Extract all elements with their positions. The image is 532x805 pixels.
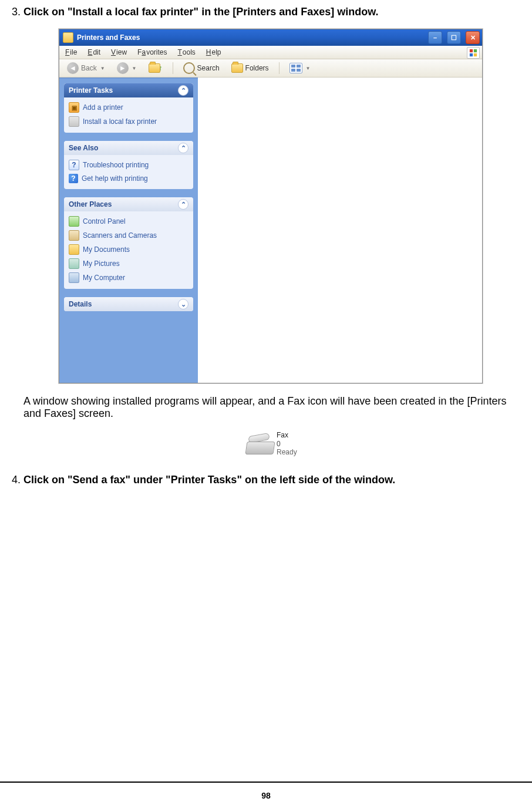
control-panel-icon (69, 216, 79, 227)
menu-help[interactable]: Help (206, 48, 221, 56)
step-3-result: A window showing installed programs will… (23, 395, 526, 420)
title-bar[interactable]: Printers and Faxes – ☐ ✕ (59, 29, 482, 46)
task-add-a-printer[interactable]: ▣ Add a printer (69, 102, 188, 113)
see-also-title: See Also (69, 144, 98, 152)
chevron-down-icon: ▼ (306, 66, 311, 71)
folder-icon (231, 63, 243, 73)
maximize-button[interactable]: ☐ (447, 31, 461, 44)
window-title: Printers and Faxes (77, 33, 140, 42)
folder-up-icon (149, 63, 160, 73)
fax-icon (246, 433, 273, 454)
collapse-button[interactable]: ⌃ (178, 143, 188, 153)
step-3-heading: Click on "Install a local fax printer" i… (23, 6, 379, 18)
menu-favorites[interactable]: Favorites (137, 48, 167, 56)
other-places-header[interactable]: Other Places ⌃ (64, 197, 193, 211)
search-label: Search (197, 64, 220, 72)
details-group: Details ⌄ (64, 297, 193, 311)
collapse-button[interactable]: ⌃ (178, 85, 188, 96)
step-4-heading: Click on "Send a fax" under "Printer Tas… (23, 474, 395, 486)
menu-view[interactable]: View (111, 48, 127, 56)
step-4: Click on "Send a fax" under "Printer Tas… (23, 474, 526, 486)
help-doc-icon: ? (69, 160, 79, 170)
task-label: My Computer (83, 274, 125, 282)
svg-rect-1 (474, 49, 477, 52)
link-get-help-with-printing[interactable]: ? Get help with printing (69, 174, 188, 183)
collapse-button[interactable]: ⌃ (178, 199, 188, 210)
menu-bar: File Edit View Favorites Tools Help (59, 46, 482, 59)
up-button[interactable]: ↑ (144, 60, 167, 76)
toolbar: ◄ Back ▼ ► ▼ ↑ Search (59, 59, 482, 78)
svg-rect-2 (470, 53, 473, 56)
task-label: My Pictures (83, 260, 120, 268)
expand-button[interactable]: ⌄ (178, 299, 188, 309)
fax-printer-icon (69, 116, 79, 127)
other-places-group: Other Places ⌃ Control Panel (64, 197, 193, 289)
task-label: Get help with printing (82, 174, 148, 183)
back-label: Back (81, 64, 97, 72)
task-label: Install a local fax printer (83, 117, 157, 126)
fax-icon-label: Fax 0 Ready (277, 431, 297, 456)
minimize-button[interactable]: – (428, 31, 442, 44)
link-my-documents[interactable]: My Documents (69, 244, 188, 255)
task-pane: Printer Tasks ⌃ ▣ Add a printer (59, 78, 198, 383)
svg-rect-0 (470, 49, 473, 52)
windows-flag-icon (467, 47, 480, 59)
window-icon (63, 32, 73, 43)
help-icon: ? (69, 174, 78, 183)
svg-rect-3 (474, 53, 477, 56)
task-label: Add a printer (83, 103, 123, 112)
documents-icon (69, 244, 79, 255)
menu-file[interactable]: File (65, 48, 77, 56)
link-control-panel[interactable]: Control Panel (69, 216, 188, 227)
close-button[interactable]: ✕ (466, 31, 480, 44)
details-title: Details (69, 300, 92, 308)
fax-icon-item[interactable]: Fax 0 Ready (246, 429, 304, 459)
link-troubleshoot-printing[interactable]: ? Troubleshoot printing (69, 160, 188, 170)
link-my-pictures[interactable]: My Pictures (69, 258, 188, 269)
details-header[interactable]: Details ⌄ (64, 297, 193, 311)
printer-tasks-header[interactable]: Printer Tasks ⌃ (64, 83, 193, 97)
task-label: Troubleshoot printing (83, 161, 149, 169)
chevron-down-icon: ▼ (100, 66, 105, 71)
views-button[interactable]: ▼ (285, 60, 315, 76)
forward-icon: ► (117, 62, 129, 74)
step-3: Click on "Install a local fax printer" i… (23, 6, 526, 459)
menu-edit[interactable]: Edit (87, 48, 100, 56)
pictures-icon (69, 258, 79, 269)
see-also-header[interactable]: See Also ⌃ (64, 141, 193, 155)
back-button[interactable]: ◄ Back ▼ (63, 60, 109, 76)
task-install-local-fax-printer[interactable]: Install a local fax printer (69, 116, 188, 127)
search-icon (183, 62, 195, 74)
chevron-down-icon: ▼ (132, 66, 137, 71)
see-also-group: See Also ⌃ ? Troubleshoot printing ? (64, 141, 193, 189)
task-label: Control Panel (83, 217, 126, 225)
search-button[interactable]: Search (179, 60, 224, 76)
printer-tasks-title: Printer Tasks (69, 86, 113, 95)
menu-tools[interactable]: Tools (177, 48, 195, 56)
scanner-icon (69, 230, 79, 241)
views-icon (289, 63, 302, 73)
page-number: 98 (0, 791, 532, 800)
task-label: My Documents (83, 245, 130, 254)
printer-icon: ▣ (69, 102, 79, 113)
task-label: Scanners and Cameras (83, 231, 157, 240)
forward-button[interactable]: ► ▼ (113, 60, 141, 76)
folders-label: Folders (245, 64, 269, 72)
printers-and-faxes-window: Printers and Faxes – ☐ ✕ File Edit View … (59, 29, 483, 383)
printer-tasks-group: Printer Tasks ⌃ ▣ Add a printer (64, 83, 193, 133)
my-computer-icon (69, 272, 79, 283)
other-places-title: Other Places (69, 200, 112, 208)
back-icon: ◄ (67, 62, 79, 74)
content-area[interactable] (198, 78, 482, 383)
link-my-computer[interactable]: My Computer (69, 272, 188, 283)
folders-button[interactable]: Folders (227, 60, 273, 76)
footer-separator (0, 782, 532, 783)
link-scanners-and-cameras[interactable]: Scanners and Cameras (69, 230, 188, 241)
